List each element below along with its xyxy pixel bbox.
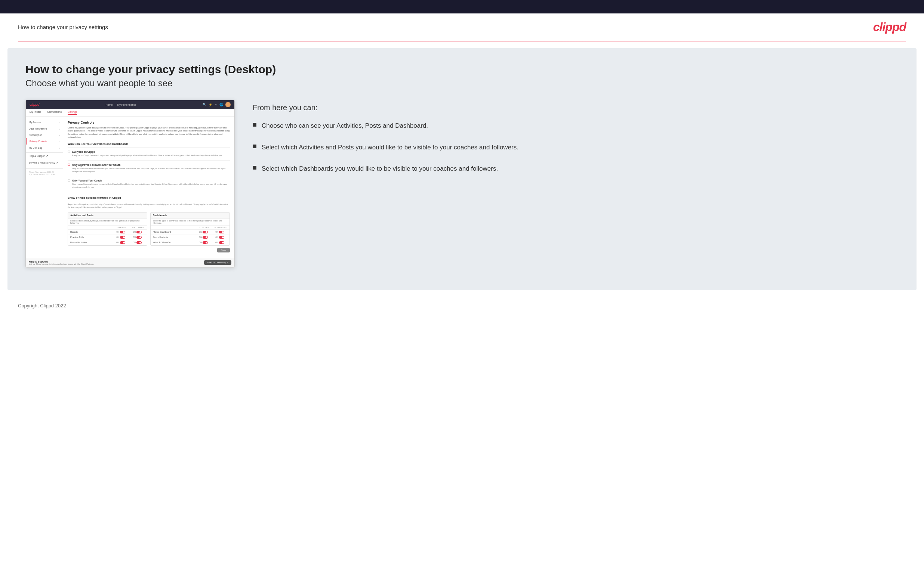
- bullet-square-1: [253, 123, 257, 127]
- mockup-nav-home[interactable]: Home: [106, 103, 113, 106]
- mockup-nav-icons: 🔍 ⚡ ☀ 🌐: [203, 102, 231, 107]
- right-heading: From here you can:: [253, 103, 898, 112]
- mockup-features-desc: Regardless of the privacy controls that …: [68, 203, 230, 209]
- mockup-subnav: My Profile Connections Settings: [26, 109, 234, 117]
- bullet-square-3: [253, 166, 257, 169]
- mockup-radio-followers-label: Only Approved Followers and Your Coach: [72, 164, 121, 166]
- mockup-activities-rounds-name: Rounds: [70, 231, 113, 233]
- top-bar: [0, 0, 924, 13]
- mockup-sidebar-golfbag[interactable]: My Golf Bag ›: [26, 145, 63, 151]
- mockup-dashboards-table-header: Dashboards: [151, 213, 229, 219]
- mockup-player-coaches-toggle[interactable]: [203, 231, 208, 234]
- page-subheading: Choose what you want people to see: [26, 78, 898, 89]
- mockup-workson-coaches-toggle[interactable]: [203, 241, 208, 244]
- mockup-insights-coaches-toggle[interactable]: [203, 236, 208, 239]
- mockup-workson-followers-toggle-group: ON: [212, 241, 227, 244]
- mockup-sidebar-myaccount-label: My Account: [29, 121, 42, 124]
- mockup: clippd Home My Performance 🔍 ⚡ ☀ 🌐: [26, 100, 235, 268]
- mockup-save-button[interactable]: Save: [217, 248, 230, 253]
- bullet-text-1: Choose who can see your Activities, Post…: [262, 121, 428, 131]
- mockup-nav-performance[interactable]: My Performance: [117, 103, 136, 106]
- mockup-player-coaches-toggle-group: ON: [196, 231, 211, 234]
- mockup-drills-followers-toggle-group: ON: [130, 236, 145, 239]
- mockup-drills-coaches-on-label: ON: [116, 236, 119, 238]
- bullet-item-2: Select which Activities and Posts you wo…: [253, 143, 898, 152]
- mockup-subnav-profile[interactable]: My Profile: [29, 111, 41, 115]
- mockup-manual-coaches-toggle-group: ON: [113, 241, 128, 244]
- mockup-avatar[interactable]: [225, 102, 231, 107]
- mockup-radio-everyone-desc: Everyone on Clippd can search for you an…: [72, 154, 230, 157]
- mockup-drills-coaches-toggle[interactable]: [120, 236, 125, 239]
- mockup-radio-everyone-circle[interactable]: [68, 150, 70, 153]
- mockup-rounds-coaches-toggle[interactable]: [120, 231, 125, 234]
- mockup-logo: clippd: [29, 103, 40, 106]
- mockup-radio-followers-header: Only Approved Followers and Your Coach: [68, 164, 230, 166]
- mockup-manual-coaches-on-label: ON: [116, 241, 119, 243]
- bullet-text-2: Select which Activities and Posts you wo…: [262, 143, 519, 152]
- mockup-sidebar-integrations-label: Data Integrations: [29, 127, 47, 130]
- mockup-manual-coaches-toggle[interactable]: [120, 241, 125, 244]
- mockup-activities-followers-label: FOLLOWERS: [131, 226, 145, 229]
- mockup-insights-followers-on-label: ON: [215, 236, 218, 238]
- mockup-sidebar-myaccount[interactable]: My Account ›: [26, 119, 63, 126]
- mockup-subnav-settings[interactable]: Settings: [68, 111, 77, 115]
- mockup-bolt-icon[interactable]: ⚡: [208, 103, 212, 106]
- mockup-dashboards-row-insights: Round Insights ON ON: [151, 235, 229, 240]
- mockup-manual-followers-toggle[interactable]: [136, 241, 142, 244]
- mockup-activities-drills-name: Practice Drills: [70, 236, 113, 238]
- mockup-dashboards-insights-toggles: ON ON: [196, 236, 227, 239]
- mockup-radio-followers-circle[interactable]: [68, 164, 70, 166]
- mockup-drills-followers-on-label: ON: [133, 236, 136, 238]
- mockup-rounds-followers-toggle[interactable]: [136, 231, 142, 234]
- mockup-search-icon[interactable]: 🔍: [203, 103, 206, 106]
- mockup-dashboards-desc: Select the types of activity that you'd …: [151, 219, 229, 226]
- mockup-radio-onlyyou-label: Only You and Your Coach: [72, 179, 102, 182]
- mockup-activities-row-drills: Practice Drills ON ON: [68, 235, 147, 240]
- mockup-radio-everyone-label: Everyone on Clippd: [72, 150, 95, 153]
- mockup-workson-followers-on-label: ON: [215, 241, 218, 243]
- mockup-sidebar-privacy-policy[interactable]: Service & Privacy Policy ↗: [26, 160, 63, 166]
- mockup-globe-icon[interactable]: 🌐: [220, 103, 223, 106]
- main-content: How to change your privacy settings (Des…: [8, 48, 916, 290]
- mockup-workson-coaches-toggle-group: ON: [196, 241, 211, 244]
- mockup-player-followers-toggle[interactable]: [219, 231, 224, 234]
- mockup-sidebar-version: Clippd Client Version: 2022.8.2SQL Serve…: [26, 168, 63, 178]
- mockup-insights-coaches-toggle-group: ON: [196, 236, 211, 239]
- mockup-who-title: Who Can See Your Activities and Dashboar…: [68, 142, 230, 148]
- mockup-activities-col-headers: COACHES FOLLOWERS: [68, 226, 147, 230]
- footer-text: Copyright Clippd 2022: [18, 303, 66, 308]
- bullet-item-1: Choose who can see your Activities, Post…: [253, 121, 898, 131]
- mockup-radio-followers: Only Approved Followers and Your Coach O…: [68, 164, 230, 177]
- mockup-dashboards-col-headers: COACHES FOLLOWERS: [151, 226, 229, 230]
- mockup-section-desc: Control how you and your data appears to…: [68, 126, 230, 139]
- mockup-sidebar-subscription-label: Subscription: [29, 134, 42, 136]
- mockup-dashboards-row-player: Player Dashboard ON ON: [151, 230, 229, 235]
- mockup-radio-onlyyou-circle[interactable]: [68, 179, 70, 182]
- mockup-manual-followers-toggle-group: ON: [130, 241, 145, 244]
- mockup-sidebar-myaccount-chevron: ›: [59, 121, 60, 124]
- mockup-radio-onlyyou: Only You and Your Coach Only you and the…: [68, 179, 230, 192]
- mockup-sidebar-help[interactable]: Help & Support ↗: [26, 152, 63, 160]
- mockup-insights-followers-toggle[interactable]: [219, 236, 224, 239]
- mockup-dashboards-coaches-label: COACHES: [197, 226, 212, 229]
- mockup-dashboards-insights-name: Round Insights: [153, 236, 196, 238]
- mockup-help-button[interactable]: Visit Our Community ↗: [204, 260, 231, 265]
- mockup-features-title: Show or hide specific features in Clippd: [68, 196, 230, 201]
- mockup-sun-icon[interactable]: ☀: [215, 103, 217, 106]
- mockup-dashboards-table: Dashboards Select the types of activity …: [150, 212, 230, 246]
- mockup-sidebar-integrations[interactable]: Data Integrations ›: [26, 126, 63, 132]
- mockup-sidebar-integrations-chevron: ›: [59, 128, 60, 130]
- mockup-help-desc: Visit our Clippd community to troublesho…: [29, 263, 94, 265]
- mockup-workson-followers-toggle[interactable]: [219, 241, 224, 244]
- mockup-sidebar-privacy[interactable]: Privacy Controls ›: [26, 138, 63, 145]
- mockup-sidebar-subscription[interactable]: Subscription ›: [26, 132, 63, 138]
- mockup-activities-coaches-label: COACHES: [114, 226, 129, 229]
- mockup-help-title: Help & Support: [29, 260, 94, 263]
- mockup-sidebar-golfbag-chevron: ›: [59, 147, 60, 149]
- mockup-section-title: Privacy Controls: [68, 121, 230, 124]
- mockup-radio-onlyyou-header: Only You and Your Coach: [68, 179, 230, 182]
- mockup-activities-manual-name: Manual Activities: [70, 241, 113, 243]
- mockup-drills-followers-toggle[interactable]: [136, 236, 142, 239]
- two-col-layout: clippd Home My Performance 🔍 ⚡ ☀ 🌐: [26, 100, 898, 268]
- mockup-subnav-connections[interactable]: Connections: [47, 111, 62, 115]
